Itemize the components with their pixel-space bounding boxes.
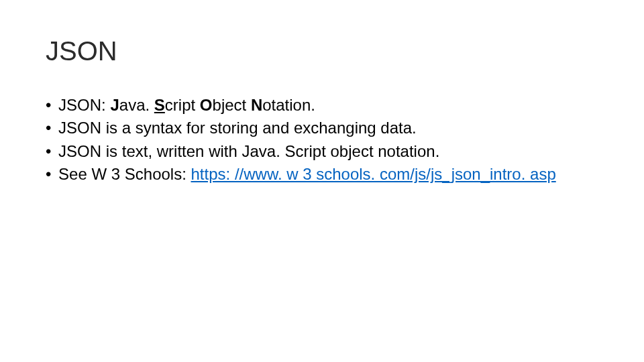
bullet-item: • See W 3 Schools: https: //www. w 3 sch…: [46, 164, 598, 185]
bullet-text-part: cript: [165, 96, 200, 114]
bullet-marker: •: [46, 165, 51, 183]
bullet-text-part: O: [200, 96, 213, 114]
bullet-marker: •: [46, 142, 51, 160]
bullet-text-part: bject: [213, 96, 251, 114]
bullet-text-part: JSON: [58, 96, 101, 114]
w3schools-link[interactable]: https: //www. w 3 schools. com/js/js_jso…: [191, 165, 556, 183]
bullet-item: • JSON is a syntax for storing and excha…: [46, 117, 598, 139]
slide-title: JSON: [46, 36, 598, 66]
bullet-marker: •: [46, 96, 51, 114]
bullet-text-part: :: [101, 96, 110, 114]
bullet-text-part: JSON is text, written with Java. Script …: [58, 142, 439, 160]
bullet-item: • JSON: Java. Script Object Notation.: [46, 95, 598, 116]
bullet-item: • JSON is text, written with Java. Scrip…: [46, 141, 598, 162]
bullet-text-part: N: [251, 96, 262, 114]
bullet-text-part: See W 3 Schools:: [58, 165, 191, 183]
slide: JSON • JSON: Java. Script Object Notatio…: [0, 0, 644, 362]
bullet-marker: •: [46, 119, 51, 137]
bullet-text-part: ava.: [119, 96, 154, 114]
bullet-text-part: otation.: [262, 96, 315, 114]
bullet-text-part: JSON is a syntax for storing and exchang…: [58, 119, 417, 137]
bullet-text-part: J: [110, 96, 119, 114]
slide-content: • JSON: Java. Script Object Notation. • …: [46, 95, 598, 186]
bullet-text-part: S: [154, 96, 165, 114]
